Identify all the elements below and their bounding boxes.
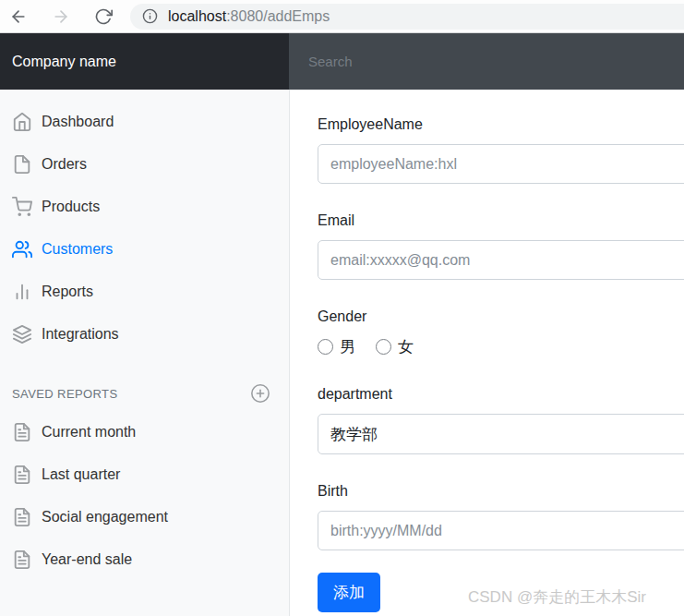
gender-option-female: 女 xyxy=(376,336,414,357)
sidebar-item-label: Last quarter xyxy=(42,466,120,483)
email-label: Email xyxy=(318,210,684,232)
csdn-watermark: CSDN @奔走的王木木Sir xyxy=(468,586,646,608)
sidebar-item-social-engagement[interactable]: Social engagement xyxy=(0,496,289,538)
app-header: Company name xyxy=(0,33,684,90)
email-field[interactable] xyxy=(318,240,684,280)
sidebar-item-dashboard[interactable]: Dashboard xyxy=(0,101,289,143)
sidebar-item-label: Reports xyxy=(42,284,93,300)
birth-label: Birth xyxy=(318,480,684,502)
sidebar-item-label: Year-end sale xyxy=(42,551,132,568)
browser-toolbar: localhost:8080/addEmps xyxy=(0,0,684,33)
birth-group: Birth xyxy=(318,480,684,550)
sidebar-item-label: Orders xyxy=(42,156,87,173)
saved-reports-title: SAVED REPORTS xyxy=(12,387,118,401)
page-info-icon[interactable] xyxy=(142,8,158,24)
file-text-icon xyxy=(12,465,32,485)
sidebar-item-integrations[interactable]: Integrations xyxy=(0,313,289,356)
url-path: :8080/addEmps xyxy=(226,8,330,24)
department-selected-value: 教学部 xyxy=(330,424,378,445)
sidebar-item-label: Dashboard xyxy=(42,114,114,130)
forward-icon[interactable] xyxy=(51,6,71,27)
home-icon xyxy=(12,112,32,132)
file-text-icon xyxy=(12,550,32,570)
sidebar-item-last-quarter[interactable]: Last quarter xyxy=(0,453,289,496)
email-group: Email xyxy=(318,210,684,280)
page-content: Dashboard Orders Products Customers Repo… xyxy=(0,90,684,616)
shopping-cart-icon xyxy=(12,197,32,217)
sidebar-item-label: Customers xyxy=(42,241,113,258)
sidebar-item-label: Social engagement xyxy=(42,509,168,525)
department-label: department xyxy=(318,383,684,405)
file-text-icon xyxy=(12,422,32,442)
sidebar: Dashboard Orders Products Customers Repo… xyxy=(0,90,290,616)
sidebar-item-products[interactable]: Products xyxy=(0,186,289,228)
gender-radio-row: 男 女 xyxy=(318,336,684,357)
refresh-icon[interactable] xyxy=(93,6,114,27)
bar-chart-icon xyxy=(12,282,32,302)
url-text: localhost:8080/addEmps xyxy=(168,8,330,25)
layers-icon xyxy=(12,324,32,344)
employee-name-field[interactable] xyxy=(318,144,684,184)
address-bar[interactable]: localhost:8080/addEmps xyxy=(130,4,684,30)
birth-field[interactable] xyxy=(318,511,684,550)
sidebar-item-reports[interactable]: Reports xyxy=(0,271,289,313)
search-input[interactable] xyxy=(289,33,684,90)
add-employee-form: EmployeeName Email Gender 男 女 department xyxy=(290,90,684,616)
sidebar-item-orders[interactable]: Orders xyxy=(0,143,289,186)
add-button[interactable]: 添加 xyxy=(318,573,380,612)
users-icon xyxy=(12,239,32,260)
brand-link[interactable]: Company name xyxy=(0,33,289,90)
submit-row: 添加 CSDN @奔走的王木木Sir xyxy=(318,573,684,612)
employee-name-group: EmployeeName xyxy=(318,114,684,184)
employee-name-label: EmployeeName xyxy=(318,114,684,136)
department-group: department 教学部 xyxy=(318,383,684,454)
gender-option-male: 男 xyxy=(318,336,355,357)
plus-circle-icon[interactable] xyxy=(250,383,270,404)
gender-group: Gender 男 女 xyxy=(318,306,684,357)
sidebar-item-current-month[interactable]: Current month xyxy=(0,411,289,453)
gender-label: Gender xyxy=(318,306,684,328)
sidebar-item-label: Integrations xyxy=(42,326,119,343)
gender-radio-female[interactable] xyxy=(376,339,391,355)
sidebar-item-customers[interactable]: Customers xyxy=(0,228,289,271)
sidebar-item-year-end-sale[interactable]: Year-end sale xyxy=(0,538,289,581)
sidebar-item-label: Current month xyxy=(42,424,136,441)
file-icon xyxy=(12,154,32,175)
file-text-icon xyxy=(12,507,32,527)
gender-radio-male[interactable] xyxy=(318,339,333,355)
url-host: localhost xyxy=(168,8,226,24)
saved-reports-heading: SAVED REPORTS xyxy=(0,356,289,411)
gender-female-label: 女 xyxy=(398,336,414,357)
department-select[interactable]: 教学部 xyxy=(318,414,684,454)
back-icon[interactable] xyxy=(8,6,29,27)
gender-male-label: 男 xyxy=(340,336,355,357)
sidebar-item-label: Products xyxy=(42,199,100,215)
